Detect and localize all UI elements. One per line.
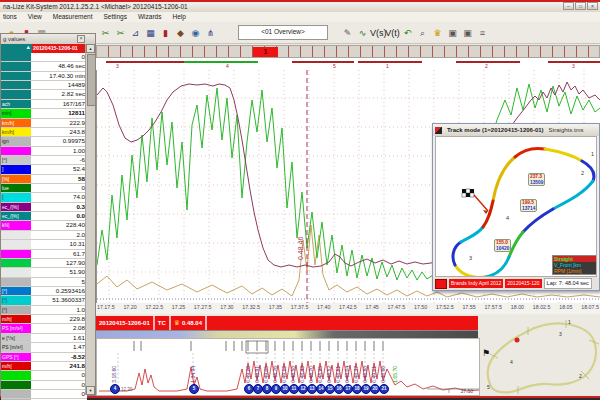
lap-marker[interactable]: 0.49.01 20 xyxy=(370,384,379,394)
toolbar-icon[interactable]: ✂ xyxy=(113,26,128,41)
track-window-titlebar[interactable]: Track mode (1=20120415-1206-01) Straight… xyxy=(433,124,599,136)
channel-row[interactable]: [°] 51.3600337 xyxy=(1,296,87,305)
lap-number-badge[interactable]: 5 xyxy=(189,384,199,394)
channel-row[interactable]: km/h] 243.8 xyxy=(1,128,87,137)
lap-times-chart[interactable]: 3.18.60 4 12.30 1.34.94 5 0.49.26 6 0.48… xyxy=(96,338,480,396)
mini-track-map[interactable]: ⚑ 13245 xyxy=(480,316,600,396)
toolbar-icon[interactable]: ✂ xyxy=(98,26,113,41)
channel-row[interactable]: m/h] 241.8 xyxy=(1,362,87,371)
channel-row[interactable]: 61.7 xyxy=(1,250,87,259)
scroll-thumb[interactable] xyxy=(87,54,96,106)
lap-number-badge[interactable]: 4 xyxy=(110,384,120,394)
channel-row[interactable]: 0 xyxy=(1,371,87,380)
channel-row[interactable]: 0 xyxy=(1,53,87,62)
lap-marker[interactable]: 0.48.91 7 xyxy=(253,384,262,394)
toolbar-icon[interactable]: ↶ xyxy=(400,26,415,41)
toolbar-icon[interactable]: ⋔ xyxy=(203,26,218,41)
channel-row[interactable]: ec_/[%] 0.3 xyxy=(1,203,87,212)
channel-row[interactable]: 48.46 sec xyxy=(1,62,87,71)
toolbar-icon[interactable]: V(s) xyxy=(370,26,385,41)
channel-row[interactable]: [°] -6 xyxy=(1,156,87,165)
channel-row[interactable]: 0 xyxy=(1,390,87,399)
channel-row[interactable]: 14489 xyxy=(1,81,87,90)
session-bar[interactable]: 20120415-1206-01 TC ♛0.48.04 xyxy=(96,316,478,330)
channel-row[interactable]: 127.90 xyxy=(1,259,87,268)
title-bar[interactable]: na-Lize Kit-System 2012.1.25.2.1 <Michae… xyxy=(0,2,600,12)
lap-ruler[interactable]: 1 xyxy=(96,45,600,58)
channel-row[interactable]: lue 0 xyxy=(1,184,87,193)
track-map-body[interactable]: 1234 237.3 13509 199.5 13714 155.0 10420 xyxy=(435,136,597,277)
menu-item[interactable]: Measurement xyxy=(53,12,93,22)
channel-row[interactable]: ec_/[%] 0.0 xyxy=(1,212,87,221)
channel-row[interactable]: 2.0 xyxy=(1,231,87,240)
channel-row[interactable]: PS [m/s²] 2.08 xyxy=(1,324,87,333)
menu-item[interactable]: View xyxy=(28,12,42,22)
scroll-down-icon[interactable]: ▼ xyxy=(86,386,95,395)
channel-row[interactable]: 10.31 xyxy=(1,240,87,249)
window-control-button[interactable]: – xyxy=(563,2,574,10)
lap-marker[interactable]: 0.48.66 21 xyxy=(379,384,388,394)
selected-lap-box[interactable]: 1 xyxy=(253,47,278,57)
session-row[interactable]: ▲ 20120415-1206-01 xyxy=(1,44,95,53)
close-icon[interactable]: × xyxy=(77,35,85,43)
toolbar-icon[interactable]: ♛ xyxy=(430,26,445,41)
toolbar-icon[interactable]: ⌕ xyxy=(415,26,430,41)
segment-bar[interactable] xyxy=(106,61,196,63)
toolbar-icon[interactable]: ◆ xyxy=(173,26,188,41)
lap-marker[interactable]: 0.48.88 19 xyxy=(361,384,370,394)
lap-marker[interactable]: 3.18.60 4 12.30 xyxy=(110,384,119,394)
segment-bar[interactable] xyxy=(184,61,258,63)
menu-item[interactable]: tions xyxy=(3,12,17,22)
track-mode-window[interactable]: Track mode (1=20120415-1206-01) Straight… xyxy=(432,123,600,291)
toolbar-icon[interactable]: ▣ xyxy=(445,26,460,41)
channel-row[interactable]: 5 xyxy=(1,278,87,287)
channel-row[interactable]: km/h] 222.9 xyxy=(1,119,87,128)
segment-bar[interactable] xyxy=(292,61,354,63)
toolbar-icon[interactable]: ◉ xyxy=(188,26,203,41)
channel-row[interactable]: e [°/s] 1.61 xyxy=(1,334,87,343)
lap-number-badge[interactable]: 21 xyxy=(379,384,389,394)
window-control-button[interactable]: □ xyxy=(575,2,586,10)
channel-row[interactable]: PS [m/s²] 1.47 xyxy=(1,343,87,352)
channel-row[interactable]: 17.40.30 min xyxy=(1,72,87,81)
toolbar-icon[interactable]: ▣ xyxy=(460,26,475,41)
lap-marker[interactable]: 0.48.52 15 xyxy=(325,384,334,394)
channel-row[interactable]: 51.90 xyxy=(1,268,87,277)
lap-marker[interactable]: 0.49.26 6 xyxy=(244,384,253,394)
channel-row[interactable]: 1.00 xyxy=(1,147,87,156)
toolbar-icon[interactable]: ▦ xyxy=(143,26,158,41)
segment-bar[interactable] xyxy=(358,61,422,63)
lap-marker[interactable]: 1.34.94 5 xyxy=(189,384,198,394)
toolbar-icon[interactable]: ⊿ xyxy=(128,26,143,41)
lap-marker[interactable]: 0.48.58 11 xyxy=(289,384,298,394)
toolbar-icon[interactable]: ▮ xyxy=(158,26,173,41)
values-scrollbar[interactable]: ▲ ▼ xyxy=(85,44,95,395)
toolbar-icon[interactable]: ✎ xyxy=(340,26,355,41)
channel-row[interactable]: ] 52.4 xyxy=(1,165,87,174)
menu-item[interactable]: Settings xyxy=(103,12,127,22)
channel-row[interactable]: ach 167/167 xyxy=(1,100,87,109)
lap-marker[interactable]: 0.48.43 12 xyxy=(298,384,307,394)
segment-bar[interactable] xyxy=(456,61,520,63)
channel-row[interactable]: [%] 58 xyxy=(1,175,87,184)
channel-row[interactable]: [°] 1.0 xyxy=(1,306,87,315)
values-panel-header[interactable]: g values × xyxy=(1,34,95,44)
menu-item[interactable]: Help xyxy=(172,12,185,22)
toolbar-icon[interactable]: ∿ xyxy=(355,26,370,41)
window-control-button[interactable]: × xyxy=(587,2,598,10)
menu-item[interactable]: Wizards xyxy=(138,12,161,22)
overview-combo[interactable]: <01 Overview> xyxy=(238,25,328,40)
toolbar-icon[interactable]: ≡ xyxy=(475,26,490,41)
toolbar-icon[interactable]: V(t) xyxy=(385,26,400,41)
channel-row[interactable]: GPS [°] -8.52 xyxy=(1,353,87,362)
channel-row[interactable]: ] 74.0 xyxy=(1,193,87,202)
channel-row[interactable]: [°] 0.2593416 xyxy=(1,287,87,296)
lap-marker[interactable]: 0.48.70 13 xyxy=(307,384,316,394)
lap-marker[interactable]: 0.49.12 10 xyxy=(280,384,289,394)
lap-marker[interactable]: 0.48.37 18 xyxy=(352,384,361,394)
lap-marker[interactable]: 0.48.61 16 xyxy=(334,384,343,394)
scroll-up-icon[interactable]: ▲ xyxy=(86,44,95,53)
lap-marker[interactable]: 0.49.05 8 xyxy=(262,384,271,394)
channel-row[interactable]: 2.82 sec xyxy=(1,90,87,99)
channel-row[interactable]: 0 xyxy=(1,381,87,390)
